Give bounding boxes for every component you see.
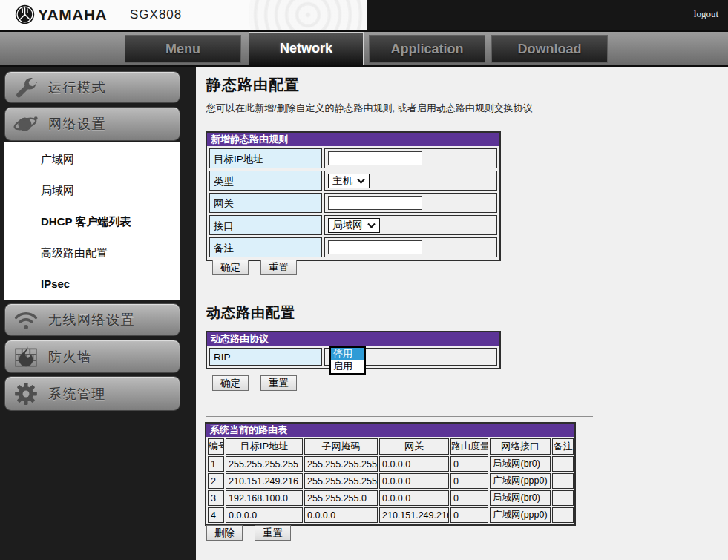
yamaha-logo: YAMAHA: [15, 4, 107, 24]
gateway-input[interactable]: [328, 196, 422, 210]
router-admin-page: YAMAHA SGX808 logout Menu Network Applic…: [0, 0, 728, 560]
target-ip-input[interactable]: [328, 151, 422, 165]
sidebar-item-wireless-settings[interactable]: 无线网络设置: [4, 303, 180, 336]
dynamic-form-buttons: 确定 重置: [212, 375, 297, 391]
yamaha-tuning-fork-icon: [15, 4, 35, 24]
reset-button[interactable]: 重置: [260, 375, 297, 391]
dropdown-option-disable[interactable]: 停用: [331, 348, 364, 360]
sidebar-item-label: 无线网络设置: [48, 311, 135, 329]
col-header: 子网掩码: [304, 438, 378, 455]
tab-menu[interactable]: Menu: [125, 35, 241, 63]
gear-icon: [13, 381, 39, 406]
sidebar-subitem-ipsec[interactable]: IPsec: [4, 269, 180, 300]
reset-button[interactable]: 重置: [255, 525, 291, 541]
section-divider: [206, 416, 593, 417]
dropdown-option-enable[interactable]: 启用: [331, 360, 364, 373]
wrench-icon: [13, 75, 39, 100]
interface-select-value: 局域网: [332, 219, 363, 232]
col-header: 备注: [552, 438, 574, 455]
remark-input[interactable]: [328, 240, 422, 254]
sidebar-subitem-lan[interactable]: 局域网: [4, 175, 180, 206]
col-header: 编号: [208, 438, 224, 455]
ok-button[interactable]: 确定: [212, 375, 249, 391]
form-row-type: 类型 主机: [209, 171, 497, 191]
chevron-down-icon: [357, 178, 365, 184]
static-form-buttons: 确定 重置: [212, 260, 297, 275]
page-title: 静态路由配置: [206, 75, 300, 95]
page-description: 您可以在此新增/删除自定义的静态路由规则, 或者启用动态路由规则交换协议: [206, 102, 533, 115]
sidebar-item-label: 运行模式: [48, 79, 106, 96]
sidebar-subitem-dhcp-clients[interactable]: DHCP 客户端列表: [4, 206, 180, 237]
field-label: 接口: [209, 215, 322, 235]
col-header: 网络接口: [490, 438, 551, 455]
brand-name: YAMAHA: [38, 6, 107, 24]
ok-button[interactable]: 确定: [212, 260, 249, 275]
field-label: 目标IP地址: [209, 148, 322, 168]
reset-button[interactable]: 重置: [260, 260, 297, 275]
field-label: RIP: [209, 348, 322, 366]
sidebar-item-label: 网络设置: [48, 115, 106, 133]
sidebar-item-system-management[interactable]: 系统管理: [4, 376, 180, 411]
table-row: 2 210.151.249.216 255.255.255.255 0.0.0.…: [208, 473, 574, 489]
form-row-gateway: 网关: [209, 193, 497, 213]
static-route-form: 新增静态路由规则 目标IP地址 类型 主机: [206, 131, 501, 261]
routing-table-header-row: 编号 目标IP地址 子网掩码 网关 路由度量 网络接口 备注: [208, 438, 574, 455]
chevron-down-icon: [367, 223, 376, 228]
tab-download[interactable]: Download: [491, 35, 608, 63]
sidebar-item-label: 系统管理: [48, 385, 106, 403]
main-nav: Menu Network Application Download: [0, 32, 728, 65]
network-submenu: 广域网 局域网 DHCP 客户端列表 高级路由配置 IPsec: [4, 142, 180, 300]
routing-table: 编号 目标IP地址 子网掩码 网关 路由度量 网络接口 备注 1 255.255…: [206, 437, 575, 524]
field-label: 类型: [209, 171, 322, 191]
delete-button[interactable]: 删除: [206, 525, 243, 541]
col-header: 网关: [379, 438, 449, 455]
form-header: 动态路由协议: [207, 332, 499, 346]
wifi-icon: [13, 307, 39, 332]
sidebar-item-network-settings[interactable]: 网络设置: [4, 107, 180, 141]
logout-link[interactable]: logout: [694, 8, 718, 20]
ripple-decoration: [249, 0, 367, 30]
type-select[interactable]: 主机: [328, 174, 370, 188]
section-divider: [206, 125, 593, 125]
routing-table-panel: 系统当前的路由表 编号 目标IP地址 子网掩码 网关 路由度量 网络接口 备注 …: [205, 422, 576, 526]
form-row-interface: 接口 局域网: [209, 215, 497, 235]
sidebar-item-firewall[interactable]: 防火墙: [4, 340, 180, 373]
firewall-icon: [13, 344, 39, 369]
field-label: 网关: [209, 193, 322, 213]
form-row-remark: 备注: [209, 237, 497, 257]
col-header: 路由度量: [450, 438, 488, 455]
routing-table-header: 系统当前的路由表: [206, 424, 574, 437]
sidebar-item-operation-mode[interactable]: 运行模式: [4, 71, 180, 103]
table-row: 4 0.0.0.0 0.0.0.0 210.151.249.216 0 广域网(…: [208, 507, 574, 523]
routing-table-buttons: 删除 重置: [206, 525, 291, 541]
tab-application[interactable]: Application: [369, 35, 485, 63]
rip-dropdown-open: 停用 启用: [329, 346, 366, 375]
col-header: 目标IP地址: [226, 438, 303, 455]
sidebar-subitem-advanced-routing[interactable]: 高级路由配置: [4, 237, 180, 269]
field-label: 备注: [209, 237, 322, 257]
sidebar: 运行模式 网络设置 广域网 局域网 DHCP 客户端列表 高级路由配置 IPse…: [0, 67, 196, 560]
form-header: 新增静态路由规则: [207, 133, 499, 146]
interface-select[interactable]: 局域网: [328, 218, 380, 233]
sidebar-item-label: 防火墙: [48, 348, 92, 366]
tab-network[interactable]: Network: [249, 32, 364, 65]
table-row: 1 255.255.255.255 255.255.255.255 0.0.0.…: [208, 456, 574, 472]
globe-icon: [13, 111, 39, 136]
table-row: 3 192.168.100.0 255.255.255.0 0.0.0.0 0 …: [208, 490, 574, 506]
dynamic-route-title: 动态路由配置: [206, 303, 295, 323]
form-row-target-ip: 目标IP地址: [209, 148, 497, 168]
type-select-value: 主机: [332, 174, 352, 188]
model-name: SGX808: [130, 7, 182, 22]
header-brand-area: YAMAHA SGX808: [0, 0, 367, 30]
sidebar-subitem-wan[interactable]: 广域网: [4, 144, 180, 175]
top-header: YAMAHA SGX808 logout: [0, 0, 728, 30]
main-content: 静态路由配置 您可以在此新增/删除自定义的静态路由规则, 或者启用动态路由规则交…: [196, 67, 728, 560]
